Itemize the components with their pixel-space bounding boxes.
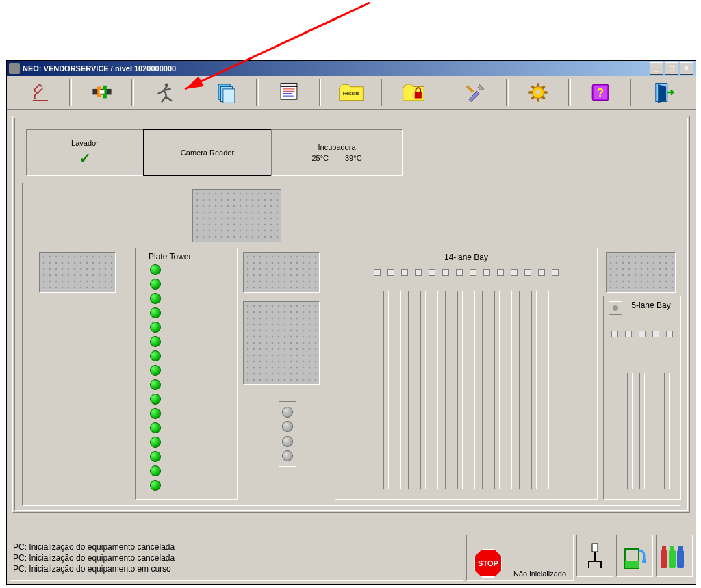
svg-rect-43 (669, 550, 676, 568)
check-icon: ✓ (79, 150, 91, 166)
svg-rect-41 (661, 550, 667, 568)
pipette-arm-button[interactable] (73, 78, 130, 107)
svg-text:Results: Results (343, 90, 360, 97)
module-status-row: Lavador ✓ Camera Reader Incubadora 25°C … (19, 123, 683, 183)
log-line: PC: Inicialização do equipamento cancela… (13, 542, 460, 552)
init-state-label: Não inicializado (513, 570, 566, 578)
log-line: PC: Inicialização do equipamento cancela… (13, 553, 460, 563)
svg-rect-6 (99, 90, 104, 94)
camera-reader-module[interactable]: Camera Reader (143, 129, 272, 176)
app-window: NEO: VENDORSERVICE / nível 1020000000 _ … (6, 60, 696, 585)
svg-rect-12 (281, 83, 297, 86)
svg-rect-39 (625, 561, 639, 568)
stop-icon: STOP (474, 549, 502, 578)
plate-slot-mid-1[interactable] (243, 252, 320, 293)
reagent-stack[interactable] (279, 401, 296, 467)
help-button[interactable]: ? (572, 78, 629, 107)
bay-14-lane[interactable]: 14-lane Bay (335, 248, 598, 500)
plate-slot-top[interactable] (192, 189, 281, 242)
svg-rect-46 (678, 546, 683, 550)
microscope-button[interactable] (11, 78, 68, 107)
svg-line-24 (532, 86, 534, 88)
svg-rect-10 (223, 89, 235, 103)
svg-point-28 (536, 90, 541, 95)
close-button[interactable]: × (680, 62, 693, 75)
window-title: NEO: VENDORSERVICE / nível 1020000000 (23, 64, 176, 73)
bay5-label: 5-lane Bay (622, 301, 680, 310)
svg-rect-44 (670, 546, 674, 550)
incubator-module[interactable]: Incubadora 25°C 39°C (271, 129, 403, 176)
plate-slot-mid-2[interactable] (243, 301, 320, 385)
message-log: PC: Inicialização do equipamento cancela… (10, 535, 463, 581)
bay-5-lane[interactable]: 5-lane Bay (603, 296, 681, 500)
plate-tower-leds (150, 264, 161, 491)
title-bar[interactable]: NEO: VENDORSERVICE / nível 1020000000 _ … (7, 61, 696, 76)
reagent-bottles-button[interactable] (656, 535, 693, 577)
waste-container-button[interactable] (616, 535, 653, 577)
bay5-eject-button[interactable] (609, 301, 622, 315)
plate-slot-left[interactable] (39, 252, 116, 293)
maximize-button[interactable]: □ (665, 62, 678, 75)
deck-layout: Plate Tower 14-lane Bay (22, 183, 680, 506)
svg-rect-11 (281, 86, 297, 99)
svg-rect-42 (662, 546, 666, 550)
svg-line-27 (542, 86, 544, 88)
svg-line-26 (532, 97, 534, 99)
status-bar: PC: Inicialização do equipamento cancela… (7, 535, 696, 584)
camera-label: Camera Reader (181, 149, 234, 157)
results-button[interactable]: Results (322, 78, 379, 107)
minimize-button[interactable]: _ (650, 62, 663, 75)
incubator-label: Incubadora (318, 143, 355, 151)
liquid-system-button[interactable] (576, 535, 613, 577)
plate-tower-label: Plate Tower (149, 252, 191, 261)
worklist-button[interactable] (260, 78, 317, 107)
bay14-label: 14-lane Bay (335, 253, 597, 262)
secure-folder-button[interactable] (385, 78, 442, 107)
svg-point-2 (42, 86, 45, 89)
washer-module[interactable]: Lavador ✓ (26, 129, 144, 176)
documents-button[interactable] (198, 78, 255, 107)
washer-label: Lavador (71, 139, 99, 147)
tools-button[interactable] (448, 78, 505, 107)
svg-rect-45 (677, 550, 684, 568)
incubator-temp-1: 25°C (311, 154, 329, 162)
settings-gear-button[interactable] (510, 78, 567, 107)
stop-button[interactable]: STOP (471, 546, 505, 580)
log-line: PC: Inicialização do equipamento em curs… (13, 564, 460, 574)
incubator-temp-2: 39°C (345, 154, 362, 162)
main-toolbar: Results ? (7, 76, 696, 110)
svg-rect-33 (592, 544, 598, 552)
app-icon (9, 63, 20, 74)
running-man-button[interactable] (136, 78, 192, 107)
plate-slot-right[interactable] (606, 252, 676, 293)
svg-text:?: ? (597, 86, 604, 99)
svg-rect-18 (415, 92, 422, 99)
svg-line-25 (542, 97, 544, 99)
exit-button[interactable] (635, 78, 691, 107)
svg-point-40 (642, 559, 646, 563)
